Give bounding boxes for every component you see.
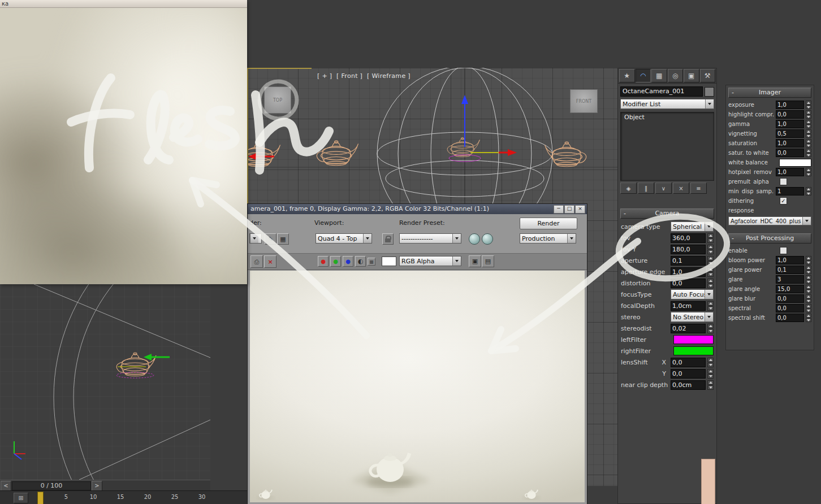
fov-field[interactable]: 360,0 xyxy=(671,233,706,243)
response-curve-dropdown[interactable]: Agfacolor_HDC_400_plus xyxy=(728,216,811,225)
track-bar[interactable]: ⊞ 5 10 15 20 25 30 xyxy=(0,490,247,504)
lens-shift-y-field[interactable]: 0,0 xyxy=(671,369,706,379)
lock-viewport-button[interactable] xyxy=(382,233,394,245)
tab-display[interactable]: ▣ xyxy=(684,69,699,82)
camera-rollout-header[interactable]: - Camera xyxy=(620,208,714,219)
post-processing-rollout-header[interactable]: -Post Processing xyxy=(728,233,811,244)
render-preset-dropdown[interactable]: -------------- xyxy=(399,233,461,244)
camera-type-dropdown[interactable]: Spherical xyxy=(671,221,714,232)
hotpixel-removal-spinner[interactable] xyxy=(806,168,811,176)
minimize-button[interactable]: ─ xyxy=(554,205,564,214)
render-setup-button[interactable] xyxy=(469,233,480,245)
glare-angle-spinner[interactable] xyxy=(806,285,811,293)
viewport-dropdown[interactable]: Quad 4 - Top xyxy=(316,233,372,244)
render-button[interactable]: Render xyxy=(520,218,577,229)
aperture-edge-field[interactable]: 1,0 xyxy=(671,267,706,277)
vignetting-field[interactable]: 0,5 xyxy=(776,129,804,138)
spectral-shift-field[interactable]: 0,0 xyxy=(776,314,804,322)
tab-utilities[interactable]: ⚒ xyxy=(700,69,716,82)
save-image-button[interactable]: ⎙ xyxy=(250,255,263,268)
dithering-checkbox[interactable]: ✓ xyxy=(780,197,787,205)
time-slider[interactable] xyxy=(37,492,44,504)
tab-create[interactable]: ★ xyxy=(619,69,635,82)
maximize-button[interactable]: □ xyxy=(564,205,574,214)
tab-modify[interactable]: ◠ xyxy=(636,69,651,82)
pin-stack-button[interactable]: ◈ xyxy=(620,183,637,194)
alpha-channel-button[interactable]: ◐ xyxy=(355,256,366,267)
show-end-result-button[interactable]: ‖ xyxy=(638,183,654,194)
viewport-shading-menu[interactable]: [ Wireframe ] xyxy=(367,72,410,80)
imager-rollout-header[interactable]: -Imager xyxy=(728,88,811,98)
glare-spinner[interactable] xyxy=(806,275,811,284)
fov-y-spinner[interactable] xyxy=(707,245,714,254)
distortion-field[interactable]: 0,0 xyxy=(671,279,706,288)
vignetting-spinner[interactable] xyxy=(806,129,811,138)
stack-item-object[interactable]: Object xyxy=(621,112,714,123)
fov-y-field[interactable]: 180,0 xyxy=(671,245,706,254)
layers-button[interactable]: ▤ xyxy=(482,255,494,267)
overlay-window-titlebar[interactable]: ка xyxy=(0,0,247,8)
stereo-dropdown[interactable]: No Stereo xyxy=(671,312,714,322)
stereodist-field[interactable]: 0,02 xyxy=(671,324,706,333)
spectral-shift-spinner[interactable] xyxy=(806,314,811,322)
near-clip-depth-field[interactable]: 0,0cm xyxy=(671,380,706,390)
gamma-field[interactable]: 1,0 xyxy=(776,120,804,128)
saturation-field[interactable]: 1,0 xyxy=(776,139,804,147)
environment-button[interactable] xyxy=(482,233,493,245)
glare-power-spinner[interactable] xyxy=(806,266,811,274)
viewport-left[interactable] xyxy=(0,284,210,480)
make-unique-button[interactable]: ∨ xyxy=(655,183,672,194)
glare-angle-field[interactable]: 15,0 xyxy=(776,285,804,293)
stereodist-spinner[interactable] xyxy=(707,324,714,333)
fov-spinner[interactable] xyxy=(707,233,714,243)
glare-blur-field[interactable]: 0,0 xyxy=(776,294,804,303)
next-frame-button[interactable]: > xyxy=(92,481,102,491)
tab-motion[interactable]: ◎ xyxy=(668,69,684,82)
blue-channel-button[interactable]: ● xyxy=(343,256,353,267)
aperture-field[interactable]: 0,1 xyxy=(671,256,706,266)
clone-window-button[interactable]: ▣ xyxy=(469,255,481,267)
background-color-swatch[interactable] xyxy=(382,257,396,266)
enable-checkbox[interactable] xyxy=(780,247,787,254)
glare-field[interactable]: 3 xyxy=(776,275,804,284)
gamma-spinner[interactable] xyxy=(806,120,811,128)
object-color-swatch[interactable] xyxy=(705,87,714,97)
exposure-field[interactable]: 1,0 xyxy=(776,101,804,109)
viewport-pov-menu[interactable]: [ Front ] xyxy=(336,72,362,80)
focal-depth-field[interactable]: 1,0cm xyxy=(671,301,706,311)
right-filter-swatch[interactable] xyxy=(673,346,714,355)
min-display-samples-spinner[interactable] xyxy=(806,187,811,195)
previous-frame-button[interactable]: < xyxy=(1,481,11,491)
spectral-field[interactable]: 0,0 xyxy=(776,304,804,312)
glare-power-field[interactable]: 0,1 xyxy=(776,266,804,274)
saturation-to-white-spinner[interactable] xyxy=(806,149,811,157)
left-filter-swatch[interactable] xyxy=(673,335,714,344)
rendered-image[interactable] xyxy=(250,271,585,502)
glare-blur-spinner[interactable] xyxy=(806,294,811,303)
bloom-power-field[interactable]: 1,0 xyxy=(776,256,804,264)
highlight-compression-field[interactable]: 0,0 xyxy=(776,110,804,119)
focal-depth-spinner[interactable] xyxy=(707,301,714,311)
bloom-power-spinner[interactable] xyxy=(806,256,811,264)
production-mode-dropdown[interactable]: Production xyxy=(520,233,576,244)
autocrop-button[interactable]: ▦ xyxy=(277,233,289,245)
lens-shift-x-spinner[interactable] xyxy=(707,358,714,367)
render-window-titlebar[interactable]: amera_001, frame 0, Display Gamma: 2,2, … xyxy=(248,204,587,214)
modifier-list-dropdown[interactable]: Modifier List xyxy=(620,99,714,109)
trackbar-filter-button[interactable]: ⊞ xyxy=(14,493,28,503)
exposure-spinner[interactable] xyxy=(806,101,811,109)
distortion-spinner[interactable] xyxy=(707,279,714,288)
remove-modifier-button[interactable]: × xyxy=(673,183,689,194)
aperture-spinner[interactable] xyxy=(707,256,714,266)
configure-stack-button[interactable]: ≡ xyxy=(690,183,707,194)
saturation-spinner[interactable] xyxy=(806,139,811,147)
channel-display-dropdown[interactable]: RGB Alpha xyxy=(399,256,461,266)
spectral-spinner[interactable] xyxy=(806,304,811,312)
clear-image-button[interactable]: × xyxy=(264,255,276,268)
focus-type-dropdown[interactable]: Auto Focus xyxy=(671,289,714,299)
close-button[interactable]: × xyxy=(575,205,585,214)
min-display-samples-field[interactable]: 1 xyxy=(776,187,804,195)
white-balance-swatch[interactable] xyxy=(779,159,811,167)
monochrome-button[interactable]: ■ xyxy=(368,258,375,266)
premult-alpha-checkbox[interactable] xyxy=(780,178,787,185)
